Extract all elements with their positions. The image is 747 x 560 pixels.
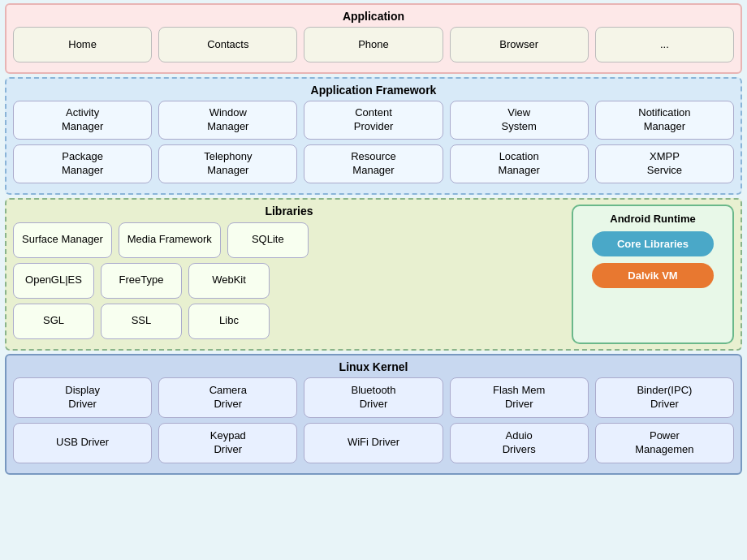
freetype[interactable]: FreeType	[101, 263, 182, 299]
app-contacts[interactable]: Contacts	[158, 27, 297, 62]
framework-row2: Package Manager Telephony Manager Resour…	[13, 144, 734, 183]
libraries-row2: OpenGL|ES FreeType WebKit	[13, 263, 565, 299]
resource-manager[interactable]: Resource Manager	[304, 144, 443, 183]
surface-manager[interactable]: Surface Manager	[13, 222, 112, 258]
application-title: Application	[13, 10, 734, 23]
framework-title: Application Framework	[13, 84, 734, 97]
libraries-row3: SGL SSL Libc	[13, 304, 565, 339]
opengl-es[interactable]: OpenGL|ES	[13, 263, 94, 299]
bluetooth-driver[interactable]: Bluetooth Driver	[304, 377, 443, 418]
kernel-row1: Display Driver Camera Driver Bluetooth D…	[13, 377, 734, 418]
display-driver[interactable]: Display Driver	[13, 377, 152, 418]
content-provider[interactable]: Content Provider	[304, 101, 443, 140]
media-framework[interactable]: Media Framework	[119, 222, 221, 258]
application-layer: Application Home Contacts Phone Browser …	[5, 3, 742, 74]
kernel-layer: Linux Kernel Display Driver Camera Drive…	[5, 354, 742, 475]
webkit[interactable]: WebKit	[188, 263, 270, 299]
notification-manager[interactable]: Notification Manager	[595, 101, 734, 140]
app-browser[interactable]: Browser	[450, 27, 589, 62]
audio-drivers[interactable]: Aduio Drivers	[450, 423, 589, 463]
kernel-row2: USB Driver Keypad Driver WiFi Driver Adu…	[13, 423, 734, 463]
activity-manager[interactable]: Activity Manager	[13, 101, 152, 140]
package-manager[interactable]: Package Manager	[13, 144, 152, 183]
binder-ipc-driver[interactable]: Binder(IPC) Driver	[595, 377, 734, 418]
core-libraries-button[interactable]: Core Libraries	[592, 231, 714, 256]
kernel-title: Linux Kernel	[13, 360, 734, 373]
android-runtime-title: Android Runtime	[610, 213, 695, 225]
keypad-driver[interactable]: Keypad Driver	[158, 423, 297, 463]
app-phone[interactable]: Phone	[304, 27, 443, 62]
app-more[interactable]: ...	[595, 27, 734, 62]
sqlite[interactable]: SQLite	[227, 222, 309, 258]
view-system[interactable]: View System	[450, 101, 589, 140]
libraries-title: Libraries	[13, 205, 565, 218]
usb-driver[interactable]: USB Driver	[13, 423, 152, 463]
wifi-driver[interactable]: WiFi Driver	[304, 423, 443, 463]
flash-mem-driver[interactable]: Flash Mem Driver	[450, 377, 589, 418]
power-management[interactable]: Power Managemen	[595, 423, 734, 463]
window-manager[interactable]: Window Manager	[158, 101, 297, 140]
telephony-manager[interactable]: Telephony Manager	[158, 144, 297, 183]
dalvik-vm-button[interactable]: Dalvik VM	[592, 263, 714, 288]
libraries-content: Libraries Surface Manager Media Framewor…	[13, 205, 565, 344]
app-home[interactable]: Home	[13, 27, 152, 62]
framework-row1: Activity Manager Window Manager Content …	[13, 101, 734, 140]
application-row: Home Contacts Phone Browser ...	[13, 27, 734, 62]
camera-driver[interactable]: Camera Driver	[158, 377, 297, 418]
libraries-layer: Libraries Surface Manager Media Framewor…	[5, 198, 742, 351]
libc[interactable]: Libc	[188, 304, 270, 339]
sgl[interactable]: SGL	[13, 304, 94, 339]
location-manager[interactable]: Location Manager	[450, 144, 589, 183]
ssl[interactable]: SSL	[101, 304, 182, 339]
xmpp-service[interactable]: XMPP Service	[595, 144, 734, 183]
android-runtime-panel: Android Runtime Core Libraries Dalvik VM	[572, 205, 734, 344]
framework-layer: Application Framework Activity Manager W…	[5, 77, 742, 195]
libraries-row1: Surface Manager Media Framework SQLite	[13, 222, 565, 258]
